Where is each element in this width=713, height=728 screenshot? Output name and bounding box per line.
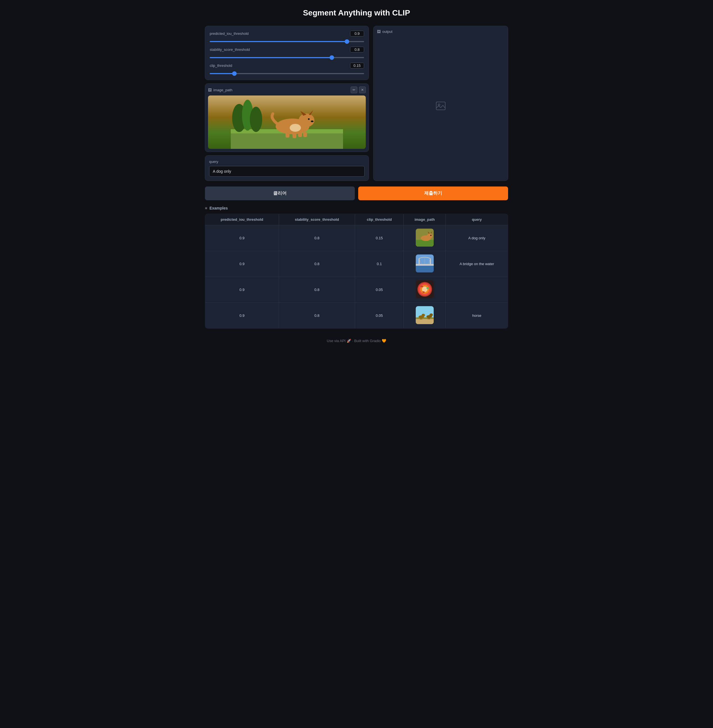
clip-threshold-value: 0.15: [350, 63, 364, 69]
svg-rect-14: [303, 132, 307, 137]
image-icon: 🖼: [208, 88, 212, 92]
examples-title: Examples: [209, 206, 228, 210]
cell-query: A dog only: [446, 225, 508, 251]
table-row[interactable]: 0.9 0.8 0.1 A bridge on the water: [205, 251, 508, 277]
stability-score-value: 0.8: [350, 46, 364, 52]
stability-score-label: stability_score_threshold: [210, 48, 250, 52]
svg-rect-43: [416, 317, 434, 319]
stability-score-group: stability_score_threshold 0.8: [210, 46, 364, 59]
table-row[interactable]: 0.9 0.8 0.05: [205, 277, 508, 303]
svg-point-4: [250, 107, 262, 132]
svg-rect-13: [298, 132, 302, 137]
image-path-label-text: image_path: [213, 88, 233, 92]
clip-threshold-label: clip_threshold: [210, 63, 232, 68]
svg-point-39: [427, 287, 429, 289]
svg-rect-51: [429, 317, 430, 319]
sliders-card: predicted_iou_threshold 0.9 stability_sc…: [205, 26, 369, 80]
svg-rect-47: [421, 317, 422, 320]
svg-point-6: [299, 114, 315, 127]
output-card: 🖼 output: [373, 26, 508, 181]
cell-query: horse: [446, 303, 508, 329]
footer-gradio-icon: 🧡: [382, 339, 386, 343]
svg-rect-46: [420, 317, 421, 320]
col-stability-score: stability_score_threshold: [279, 214, 355, 225]
image-path-card: 🖼 image_path ✏ ✕: [205, 84, 369, 152]
cell-clip-threshold: 0.05: [355, 303, 403, 329]
page-title: Segment Anything with CLIP: [6, 6, 707, 20]
clear-button[interactable]: 클리어: [205, 187, 355, 200]
col-predicted-iou: predicted_iou_threshold: [205, 214, 279, 225]
svg-rect-11: [285, 132, 289, 138]
col-image-path: image_path: [404, 214, 446, 225]
svg-point-17: [438, 104, 440, 106]
svg-point-37: [422, 287, 428, 292]
predicted-iou-label: predicted_iou_threshold: [210, 31, 249, 36]
footer-api-icon: 🚀: [347, 339, 352, 343]
image-display: [208, 96, 366, 149]
cell-image-path: [404, 251, 446, 277]
svg-rect-16: [436, 102, 445, 110]
svg-point-38: [421, 286, 423, 287]
svg-rect-50: [428, 317, 429, 319]
cell-image-path: [404, 303, 446, 329]
examples-section: ≡ Examples predicted_iou_threshold stabi…: [205, 206, 508, 329]
query-input[interactable]: [209, 166, 365, 177]
cell-predicted-iou: 0.9: [205, 303, 279, 329]
predicted-iou-group: predicted_iou_threshold 0.9: [210, 31, 364, 43]
image-path-label-container: 🖼 image_path: [208, 88, 233, 92]
cell-clip-threshold: 0.1: [355, 251, 403, 277]
col-query: query: [446, 214, 508, 225]
cell-clip-threshold: 0.05: [355, 277, 403, 303]
cell-stability-score: 0.8: [279, 277, 355, 303]
clip-threshold-group: clip_threshold 0.15: [210, 63, 364, 75]
edit-image-button[interactable]: ✏: [351, 87, 357, 93]
cell-query: A bridge on the water: [446, 251, 508, 277]
table-header-row: predicted_iou_threshold stability_score_…: [205, 214, 508, 225]
svg-rect-27: [416, 264, 434, 266]
output-image-icon: 🖼: [377, 30, 380, 34]
footer-separator: ·: [352, 339, 353, 343]
cell-stability-score: 0.8: [279, 225, 355, 251]
svg-point-40: [422, 291, 425, 293]
cell-stability-score: 0.8: [279, 251, 355, 277]
table-row[interactable]: 0.9 0.8 0.05 horse: [205, 303, 508, 329]
examples-table: predicted_iou_threshold stability_score_…: [205, 214, 508, 329]
query-card: query: [205, 155, 369, 181]
cell-image-path: [404, 277, 446, 303]
svg-point-10: [311, 121, 313, 122]
svg-rect-42: [416, 318, 434, 324]
svg-point-22: [430, 235, 431, 236]
predicted-iou-value: 0.9: [350, 31, 364, 36]
table-row[interactable]: 0.9 0.8 0.15 A dog only: [205, 225, 508, 251]
col-clip-threshold: clip_threshold: [355, 214, 403, 225]
cell-predicted-iou: 0.9: [205, 251, 279, 277]
cell-stability-score: 0.8: [279, 303, 355, 329]
svg-point-21: [427, 233, 433, 238]
output-placeholder-icon: [435, 100, 446, 114]
query-label: query: [209, 160, 365, 164]
predicted-iou-slider[interactable]: [210, 41, 364, 42]
examples-header: ≡ Examples: [205, 206, 508, 210]
svg-point-49: [430, 314, 433, 316]
clip-threshold-slider[interactable]: [210, 73, 364, 74]
examples-menu-icon: ≡: [205, 206, 207, 210]
footer-api-text[interactable]: Use via API: [327, 339, 346, 343]
cell-query: [446, 277, 508, 303]
submit-button[interactable]: 제출하기: [358, 187, 508, 200]
output-placeholder: [377, 36, 504, 177]
svg-point-9: [308, 118, 310, 120]
stability-score-slider[interactable]: [210, 57, 364, 58]
output-label-container: 🖼 output: [377, 30, 504, 34]
svg-point-15: [290, 124, 301, 132]
clear-image-button[interactable]: ✕: [359, 87, 366, 93]
output-label-text: output: [382, 30, 392, 34]
cell-predicted-iou: 0.9: [205, 277, 279, 303]
svg-rect-12: [292, 132, 297, 138]
footer: Use via API 🚀 · Built with Gradio 🧡: [6, 334, 707, 347]
footer-built-text: Built with Gradio: [354, 339, 381, 343]
image-actions: ✏ ✕: [351, 87, 366, 93]
svg-marker-8: [309, 110, 313, 115]
svg-rect-26: [416, 265, 434, 272]
svg-point-45: [422, 314, 425, 317]
cell-clip-threshold: 0.15: [355, 225, 403, 251]
